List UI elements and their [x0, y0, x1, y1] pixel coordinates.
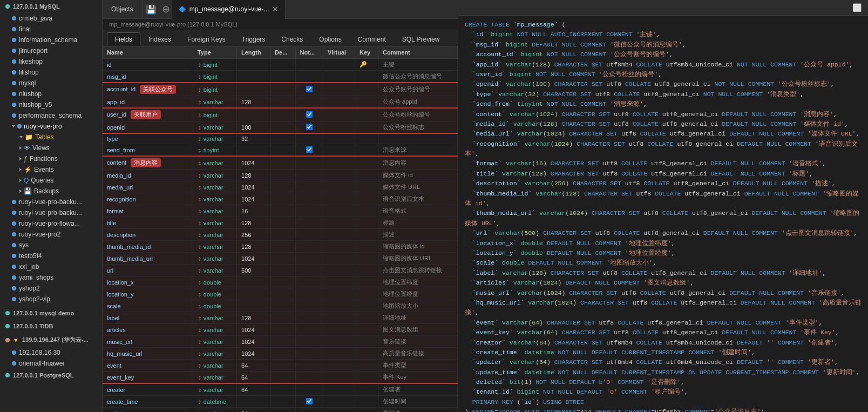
sidebar-item-xxl_job[interactable]: xxl_job — [0, 261, 102, 272]
field-name-cell[interactable]: create_time — [103, 396, 193, 408]
save-icon-button[interactable]: 💾 — [143, 4, 160, 15]
field-name-cell[interactable]: creator — [103, 383, 193, 396]
sidebar-server-header[interactable]: 127.0.0.1 MySQL — [0, 0, 102, 13]
field-notnull-cell[interactable] — [295, 348, 323, 360]
field-notnull-cell[interactable] — [295, 372, 323, 384]
table-row[interactable]: scale⇕double地图缩放大小 — [103, 300, 458, 312]
sub-tab-fields[interactable]: Fields — [107, 32, 140, 46]
sub-tab-comment[interactable]: Comment — [350, 32, 394, 46]
tab-mp-message[interactable]: 🔷 mp_message@ruoyi-vue-... ✕ — [172, 0, 286, 19]
field-notnull-cell[interactable] — [295, 193, 323, 205]
field-name-cell[interactable]: title — [103, 217, 193, 229]
field-name-cell[interactable]: content消息内容 — [103, 156, 193, 170]
field-notnull-cell[interactable] — [295, 288, 323, 300]
field-notnull-cell[interactable] — [295, 360, 323, 372]
table-row[interactable]: location_y⇕double地理位置经度 — [103, 288, 458, 300]
sidebar-group-queries[interactable]: Q Queries — [0, 175, 102, 186]
table-row[interactable]: app_id⇕varchar128公众号 appId — [103, 96, 458, 109]
field-notnull-cell[interactable] — [295, 312, 323, 324]
sidebar-item-mysql[interactable]: mysql — [0, 78, 102, 89]
field-name-cell[interactable]: event — [103, 360, 193, 372]
sidebar-group-ruoyi-vue-pro[interactable]: ruoyi-vue-pro — [0, 121, 102, 132]
sidebar-item-crmeb_java[interactable]: crmeb_java — [0, 13, 102, 24]
notnull-checkbox[interactable] — [306, 398, 313, 404]
field-name-cell[interactable]: thumb_media_id — [103, 241, 193, 253]
field-notnull-cell[interactable] — [295, 59, 323, 71]
field-notnull-cell[interactable] — [295, 229, 323, 241]
sidebar-item-ruoyi-flowa[interactable]: ruoyi-vue-pro-flowa... — [0, 218, 102, 229]
field-notnull-cell[interactable] — [295, 108, 323, 121]
field-notnull-cell[interactable] — [295, 408, 323, 413]
field-notnull-cell[interactable] — [295, 300, 323, 312]
field-notnull-cell[interactable] — [295, 133, 323, 144]
sidebar-item-information_schema[interactable]: information_schema — [0, 35, 102, 45]
table-row[interactable]: creator⇕varchar64创建者 — [103, 383, 458, 396]
sub-tab-options[interactable]: Options — [311, 32, 349, 46]
field-notnull-cell[interactable] — [295, 144, 323, 157]
field-notnull-cell[interactable] — [295, 217, 323, 229]
field-name-cell[interactable]: location_x — [103, 276, 193, 288]
field-name-cell[interactable]: recognition — [103, 193, 193, 205]
sub-tab-checks[interactable]: Checks — [273, 32, 311, 46]
sidebar-tidb-header[interactable]: 127.0.0.1 TiDB — [0, 320, 102, 333]
field-name-cell[interactable]: user_id关联用户 — [103, 108, 193, 121]
notnull-checkbox[interactable] — [306, 86, 313, 92]
sidebar-item-ruoyi-pro2[interactable]: ruoyi-vue-pro2 — [0, 229, 102, 240]
sidebar-item-ruoyi-backup2[interactable]: ruoyi-vue-pro-backu... — [0, 207, 102, 218]
sidebar-item-final[interactable]: final — [0, 24, 102, 35]
field-notnull-cell[interactable] — [295, 265, 323, 276]
field-notnull-cell[interactable] — [295, 170, 323, 181]
sidebar-item-niushop[interactable]: niushop — [0, 89, 102, 99]
table-row[interactable]: create_time⇕datetime创建时间 — [103, 396, 458, 408]
field-notnull-cell[interactable] — [295, 83, 323, 96]
field-name-cell[interactable]: app_id — [103, 96, 193, 109]
field-name-cell[interactable]: send_from — [103, 144, 193, 157]
table-row[interactable]: id⇕bigint🔑主键 — [103, 59, 458, 71]
field-notnull-cell[interactable] — [295, 396, 323, 408]
sidebar-item-niushop_v5[interactable]: niushop_v5 — [0, 99, 102, 110]
table-row[interactable]: updater⇕varchar64更新者 — [103, 408, 458, 413]
table-row[interactable]: openid⇕varchar100公众号粉丝标志 — [103, 121, 458, 134]
field-name-cell[interactable]: articles — [103, 324, 193, 336]
field-notnull-cell[interactable] — [295, 205, 323, 217]
notnull-checkbox[interactable] — [306, 124, 313, 130]
sidebar-item-yshop2[interactable]: yshop2 — [0, 283, 102, 294]
sidebar-item-onemall[interactable]: onemall-huawei — [0, 358, 102, 369]
field-name-cell[interactable]: thumb_media_url — [103, 253, 193, 265]
field-name-cell[interactable]: label — [103, 312, 193, 324]
field-name-cell[interactable]: type — [103, 133, 193, 144]
sidebar-item-jimureport[interactable]: jimureport — [0, 45, 102, 56]
field-name-cell[interactable]: scale — [103, 300, 193, 312]
table-row[interactable]: hq_music_url⇕varchar1024高质量音乐链接 — [103, 348, 458, 360]
add-tab-button[interactable]: ⊕ — [160, 3, 172, 15]
field-name-cell[interactable]: hq_music_url — [103, 348, 193, 360]
field-name-cell[interactable]: openid — [103, 121, 193, 134]
tab-objects[interactable]: Objects — [103, 0, 143, 19]
table-row[interactable]: user_id关联用户⇕bigint公众号粉丝的编号 — [103, 108, 458, 121]
table-row[interactable]: send_from⇕tinyint消息来源 — [103, 144, 458, 157]
table-row[interactable]: event_key⇕varchar64事件 Key — [103, 372, 458, 384]
sidebar-group-views[interactable]: 👁 Views — [0, 143, 102, 153]
field-name-cell[interactable]: id — [103, 59, 193, 71]
field-notnull-cell[interactable] — [295, 121, 323, 134]
notnull-checkbox[interactable] — [306, 146, 313, 153]
table-row[interactable]: articles⇕varchar1024图文消息数组 — [103, 324, 458, 336]
field-name-cell[interactable]: description — [103, 229, 193, 241]
table-row[interactable]: label⇕varchar128详细地址 — [103, 312, 458, 324]
field-name-cell[interactable]: event_key — [103, 372, 193, 384]
table-row[interactable]: format⇕varchar16语音格式 — [103, 205, 458, 217]
table-row[interactable]: recognition⇕varchar1024语音识别后文本 — [103, 193, 458, 205]
table-row[interactable]: description⇕varchar256描述 — [103, 229, 458, 241]
sidebar-group-tables[interactable]: 📁 Tables — [0, 132, 102, 143]
sidebar-item-likeshop[interactable]: likeshop — [0, 56, 102, 67]
table-row[interactable]: thumb_media_url⇕varchar1024缩略图的媒体 URL — [103, 253, 458, 265]
field-notnull-cell[interactable] — [295, 276, 323, 288]
field-notnull-cell[interactable] — [295, 336, 323, 348]
table-row[interactable]: url⇕varchar500点击图文消息跳转链接 — [103, 265, 458, 276]
sidebar-item-performance_schema[interactable]: performance_schema — [0, 110, 102, 121]
sub-tab-foreign-keys[interactable]: Foreign Keys — [179, 32, 234, 46]
table-row[interactable]: location_x⇕double地理位置纬度 — [103, 276, 458, 288]
sidebar-item-yami_shops[interactable]: yami_shops — [0, 272, 102, 283]
field-notnull-cell[interactable] — [295, 253, 323, 265]
sidebar-mysql-demo-header[interactable]: 127.0.0.1 mysql demo — [0, 307, 102, 320]
